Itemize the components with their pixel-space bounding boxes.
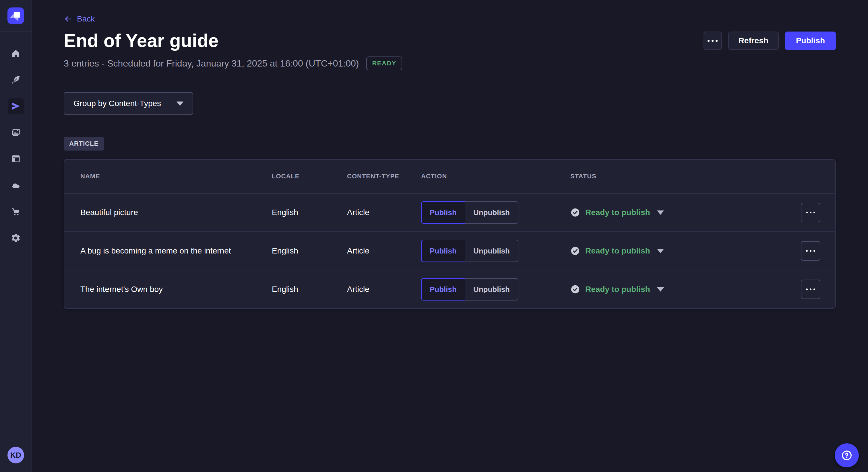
back-link[interactable]: Back	[64, 14, 95, 24]
column-header-name: NAME	[81, 173, 272, 180]
row-more-options-button[interactable]	[801, 241, 820, 261]
chevron-down-icon	[657, 287, 664, 292]
check-circle-icon	[570, 246, 580, 256]
chevron-down-icon	[657, 210, 664, 215]
publish-release-button[interactable]: Publish	[785, 32, 836, 50]
group-by-label: Group by Content-Types	[73, 99, 161, 108]
entry-locale: English	[272, 208, 347, 217]
images-icon	[11, 127, 21, 138]
avatar[interactable]: KD	[7, 447, 24, 463]
header-actions: Refresh Publish	[704, 32, 836, 50]
feather-icon	[11, 74, 21, 85]
entry-name: The internet's Own boy	[81, 285, 272, 294]
sidebar: KD	[0, 0, 32, 472]
app-window: KD Back End of Year guide Refresh Publis…	[0, 0, 868, 472]
entry-name: Beautiful picture	[81, 208, 272, 217]
sidebar-item-marketplace[interactable]	[8, 204, 24, 220]
sidebar-item-home[interactable]	[8, 45, 24, 61]
content-type-group-badge: ARTICLE	[64, 137, 104, 150]
entries-table: NAME LOCALE CONTENT-TYPE ACTION STATUS B…	[64, 159, 836, 309]
back-label: Back	[77, 14, 95, 24]
cart-icon	[11, 206, 21, 217]
sidebar-item-settings[interactable]	[8, 230, 24, 246]
entry-content-type: Article	[347, 246, 421, 256]
status-label: Ready to publish	[585, 285, 650, 294]
check-circle-icon	[570, 284, 580, 294]
arrow-left-icon	[64, 14, 72, 23]
entry-content-type: Article	[347, 208, 421, 217]
question-circle-icon	[840, 449, 853, 462]
help-button[interactable]	[835, 443, 859, 467]
chevron-down-icon	[657, 249, 664, 253]
more-options-button[interactable]	[704, 32, 722, 50]
table-header: NAME LOCALE CONTENT-TYPE ACTION STATUS	[64, 160, 835, 193]
entry-name: A bug is becoming a meme on the internet	[81, 246, 272, 256]
publish-action-button[interactable]: Publish	[421, 201, 465, 224]
action-toggle-group: Publish Unpublish	[421, 240, 570, 262]
sidebar-item-deploy[interactable]	[8, 177, 24, 193]
sidebar-nav	[8, 45, 24, 439]
unpublish-action-button[interactable]: Unpublish	[465, 201, 518, 224]
cloud-icon	[11, 180, 21, 191]
ready-status-badge: READY	[366, 57, 402, 70]
column-header-locale: LOCALE	[272, 173, 347, 180]
more-horizontal-icon	[806, 250, 815, 252]
gear-icon	[11, 233, 21, 243]
status-dropdown[interactable]: Ready to publish	[570, 284, 801, 294]
page-title: End of Year guide	[64, 31, 218, 51]
unpublish-action-button[interactable]: Unpublish	[465, 240, 518, 262]
unpublish-action-button[interactable]: Unpublish	[465, 278, 518, 301]
group-by-select[interactable]: Group by Content-Types	[64, 92, 193, 115]
release-subtitle: 3 entries - Scheduled for Friday, Januar…	[64, 58, 359, 69]
sidebar-item-content-manager[interactable]	[8, 72, 24, 88]
status-label: Ready to publish	[585, 208, 650, 217]
paper-plane-icon	[11, 101, 21, 111]
table-row: Beautiful picture English Article Publis…	[64, 193, 835, 231]
layout-icon	[11, 154, 21, 164]
table-row: A bug is becoming a meme on the internet…	[64, 231, 835, 270]
more-horizontal-icon	[708, 40, 718, 42]
subtitle-row: 3 entries - Scheduled for Friday, Januar…	[64, 57, 836, 70]
more-horizontal-icon	[806, 212, 815, 213]
entry-content-type: Article	[347, 285, 421, 294]
table-row: The internet's Own boy English Article P…	[64, 270, 835, 308]
toolbar: Group by Content-Types	[64, 92, 836, 115]
publish-action-button[interactable]: Publish	[421, 240, 465, 262]
avatar-section: KD	[0, 439, 32, 472]
status-dropdown[interactable]: Ready to publish	[570, 246, 801, 256]
column-header-status: STATUS	[570, 173, 801, 180]
status-dropdown[interactable]: Ready to publish	[570, 208, 801, 217]
column-header-action: ACTION	[421, 173, 570, 180]
action-toggle-group: Publish Unpublish	[421, 278, 570, 301]
home-icon	[11, 48, 21, 59]
refresh-button[interactable]: Refresh	[728, 32, 779, 50]
status-label: Ready to publish	[585, 246, 650, 256]
sidebar-item-releases[interactable]	[8, 98, 24, 114]
row-more-options-button[interactable]	[801, 203, 820, 222]
column-header-content-type: CONTENT-TYPE	[347, 173, 421, 180]
main-content: Back End of Year guide Refresh Publish 3…	[32, 0, 868, 472]
check-circle-icon	[570, 208, 580, 217]
strapi-logo-icon[interactable]	[7, 7, 24, 24]
action-toggle-group: Publish Unpublish	[421, 201, 570, 224]
publish-action-button[interactable]: Publish	[421, 278, 465, 301]
sidebar-item-content-type-builder[interactable]	[8, 151, 24, 167]
logo-section	[0, 0, 32, 32]
chevron-down-icon	[177, 102, 183, 106]
sidebar-item-media-library[interactable]	[8, 125, 24, 140]
entry-locale: English	[272, 285, 347, 294]
title-row: End of Year guide Refresh Publish	[64, 31, 836, 51]
entry-locale: English	[272, 246, 347, 256]
row-more-options-button[interactable]	[801, 279, 820, 299]
more-horizontal-icon	[806, 289, 815, 290]
